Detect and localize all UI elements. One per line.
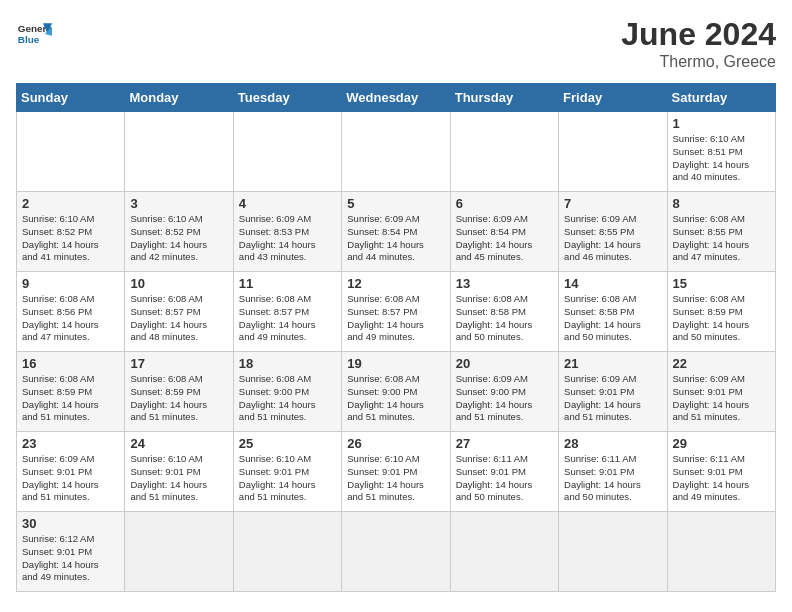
day-info: Sunrise: 6:11 AM Sunset: 9:01 PM Dayligh… — [673, 453, 770, 504]
day-info: Sunrise: 6:09 AM Sunset: 8:54 PM Dayligh… — [456, 213, 553, 264]
day-info: Sunrise: 6:10 AM Sunset: 9:01 PM Dayligh… — [239, 453, 336, 504]
day-info: Sunrise: 6:09 AM Sunset: 9:01 PM Dayligh… — [564, 373, 661, 424]
svg-text:Blue: Blue — [18, 34, 40, 45]
calendar-day-29: 29Sunrise: 6:11 AM Sunset: 9:01 PM Dayli… — [667, 432, 775, 512]
day-number: 26 — [347, 436, 444, 451]
day-number: 3 — [130, 196, 227, 211]
calendar-day-28: 28Sunrise: 6:11 AM Sunset: 9:01 PM Dayli… — [559, 432, 667, 512]
calendar-day-22: 22Sunrise: 6:09 AM Sunset: 9:01 PM Dayli… — [667, 352, 775, 432]
col-header-tuesday: Tuesday — [233, 84, 341, 112]
day-info: Sunrise: 6:10 AM Sunset: 8:52 PM Dayligh… — [22, 213, 119, 264]
calendar-day-27: 27Sunrise: 6:11 AM Sunset: 9:01 PM Dayli… — [450, 432, 558, 512]
day-info: Sunrise: 6:09 AM Sunset: 9:00 PM Dayligh… — [456, 373, 553, 424]
day-number: 10 — [130, 276, 227, 291]
day-info: Sunrise: 6:08 AM Sunset: 8:58 PM Dayligh… — [456, 293, 553, 344]
day-number: 1 — [673, 116, 770, 131]
day-info: Sunrise: 6:08 AM Sunset: 8:56 PM Dayligh… — [22, 293, 119, 344]
calendar-day-6: 6Sunrise: 6:09 AM Sunset: 8:54 PM Daylig… — [450, 192, 558, 272]
col-header-thursday: Thursday — [450, 84, 558, 112]
calendar-day-3: 3Sunrise: 6:10 AM Sunset: 8:52 PM Daylig… — [125, 192, 233, 272]
empty-day-cell — [342, 112, 450, 192]
day-info: Sunrise: 6:10 AM Sunset: 9:01 PM Dayligh… — [130, 453, 227, 504]
day-info: Sunrise: 6:09 AM Sunset: 8:53 PM Dayligh… — [239, 213, 336, 264]
calendar-day-8: 8Sunrise: 6:08 AM Sunset: 8:55 PM Daylig… — [667, 192, 775, 272]
day-number: 27 — [456, 436, 553, 451]
calendar-week-row: 2Sunrise: 6:10 AM Sunset: 8:52 PM Daylig… — [17, 192, 776, 272]
calendar-day-15: 15Sunrise: 6:08 AM Sunset: 8:59 PM Dayli… — [667, 272, 775, 352]
calendar-day-5: 5Sunrise: 6:09 AM Sunset: 8:54 PM Daylig… — [342, 192, 450, 272]
day-number: 23 — [22, 436, 119, 451]
calendar-day-11: 11Sunrise: 6:08 AM Sunset: 8:57 PM Dayli… — [233, 272, 341, 352]
empty-day-cell — [559, 112, 667, 192]
day-number: 15 — [673, 276, 770, 291]
calendar-day-17: 17Sunrise: 6:08 AM Sunset: 8:59 PM Dayli… — [125, 352, 233, 432]
empty-day-cell — [342, 512, 450, 592]
calendar-day-14: 14Sunrise: 6:08 AM Sunset: 8:58 PM Dayli… — [559, 272, 667, 352]
page-header: General Blue June 2024 Thermo, Greece — [16, 16, 776, 71]
empty-day-cell — [450, 112, 558, 192]
calendar-day-13: 13Sunrise: 6:08 AM Sunset: 8:58 PM Dayli… — [450, 272, 558, 352]
month-year-title: June 2024 — [621, 16, 776, 53]
day-number: 25 — [239, 436, 336, 451]
calendar-week-row: 9Sunrise: 6:08 AM Sunset: 8:56 PM Daylig… — [17, 272, 776, 352]
day-number: 22 — [673, 356, 770, 371]
day-info: Sunrise: 6:11 AM Sunset: 9:01 PM Dayligh… — [564, 453, 661, 504]
col-header-wednesday: Wednesday — [342, 84, 450, 112]
empty-day-cell — [450, 512, 558, 592]
empty-day-cell — [125, 112, 233, 192]
col-header-sunday: Sunday — [17, 84, 125, 112]
day-info: Sunrise: 6:08 AM Sunset: 9:00 PM Dayligh… — [239, 373, 336, 424]
location-subtitle: Thermo, Greece — [621, 53, 776, 71]
day-number: 18 — [239, 356, 336, 371]
day-number: 14 — [564, 276, 661, 291]
logo: General Blue — [16, 16, 52, 52]
calendar-day-21: 21Sunrise: 6:09 AM Sunset: 9:01 PM Dayli… — [559, 352, 667, 432]
calendar-day-10: 10Sunrise: 6:08 AM Sunset: 8:57 PM Dayli… — [125, 272, 233, 352]
calendar-week-row: 16Sunrise: 6:08 AM Sunset: 8:59 PM Dayli… — [17, 352, 776, 432]
day-info: Sunrise: 6:09 AM Sunset: 8:55 PM Dayligh… — [564, 213, 661, 264]
empty-day-cell — [125, 512, 233, 592]
day-number: 30 — [22, 516, 119, 531]
calendar-day-18: 18Sunrise: 6:08 AM Sunset: 9:00 PM Dayli… — [233, 352, 341, 432]
day-number: 11 — [239, 276, 336, 291]
day-number: 6 — [456, 196, 553, 211]
day-number: 20 — [456, 356, 553, 371]
day-info: Sunrise: 6:12 AM Sunset: 9:01 PM Dayligh… — [22, 533, 119, 584]
empty-day-cell — [233, 112, 341, 192]
day-info: Sunrise: 6:10 AM Sunset: 8:51 PM Dayligh… — [673, 133, 770, 184]
calendar-header-row: SundayMondayTuesdayWednesdayThursdayFrid… — [17, 84, 776, 112]
day-number: 7 — [564, 196, 661, 211]
day-number: 9 — [22, 276, 119, 291]
col-header-monday: Monday — [125, 84, 233, 112]
day-info: Sunrise: 6:09 AM Sunset: 8:54 PM Dayligh… — [347, 213, 444, 264]
calendar-day-23: 23Sunrise: 6:09 AM Sunset: 9:01 PM Dayli… — [17, 432, 125, 512]
calendar-day-25: 25Sunrise: 6:10 AM Sunset: 9:01 PM Dayli… — [233, 432, 341, 512]
day-number: 12 — [347, 276, 444, 291]
calendar-day-26: 26Sunrise: 6:10 AM Sunset: 9:01 PM Dayli… — [342, 432, 450, 512]
calendar-week-row: 30Sunrise: 6:12 AM Sunset: 9:01 PM Dayli… — [17, 512, 776, 592]
day-info: Sunrise: 6:10 AM Sunset: 8:52 PM Dayligh… — [130, 213, 227, 264]
calendar-day-24: 24Sunrise: 6:10 AM Sunset: 9:01 PM Dayli… — [125, 432, 233, 512]
day-number: 21 — [564, 356, 661, 371]
day-number: 4 — [239, 196, 336, 211]
day-info: Sunrise: 6:08 AM Sunset: 8:57 PM Dayligh… — [130, 293, 227, 344]
day-number: 19 — [347, 356, 444, 371]
day-number: 28 — [564, 436, 661, 451]
day-info: Sunrise: 6:08 AM Sunset: 8:57 PM Dayligh… — [347, 293, 444, 344]
day-info: Sunrise: 6:11 AM Sunset: 9:01 PM Dayligh… — [456, 453, 553, 504]
calendar-day-7: 7Sunrise: 6:09 AM Sunset: 8:55 PM Daylig… — [559, 192, 667, 272]
calendar-day-4: 4Sunrise: 6:09 AM Sunset: 8:53 PM Daylig… — [233, 192, 341, 272]
calendar-day-20: 20Sunrise: 6:09 AM Sunset: 9:00 PM Dayli… — [450, 352, 558, 432]
day-number: 13 — [456, 276, 553, 291]
calendar-week-row: 23Sunrise: 6:09 AM Sunset: 9:01 PM Dayli… — [17, 432, 776, 512]
calendar-week-row: 1Sunrise: 6:10 AM Sunset: 8:51 PM Daylig… — [17, 112, 776, 192]
calendar-day-16: 16Sunrise: 6:08 AM Sunset: 8:59 PM Dayli… — [17, 352, 125, 432]
day-number: 17 — [130, 356, 227, 371]
empty-day-cell — [559, 512, 667, 592]
calendar-day-1: 1Sunrise: 6:10 AM Sunset: 8:51 PM Daylig… — [667, 112, 775, 192]
day-number: 2 — [22, 196, 119, 211]
day-info: Sunrise: 6:08 AM Sunset: 8:59 PM Dayligh… — [673, 293, 770, 344]
day-info: Sunrise: 6:10 AM Sunset: 9:01 PM Dayligh… — [347, 453, 444, 504]
calendar-day-12: 12Sunrise: 6:08 AM Sunset: 8:57 PM Dayli… — [342, 272, 450, 352]
day-info: Sunrise: 6:09 AM Sunset: 9:01 PM Dayligh… — [22, 453, 119, 504]
